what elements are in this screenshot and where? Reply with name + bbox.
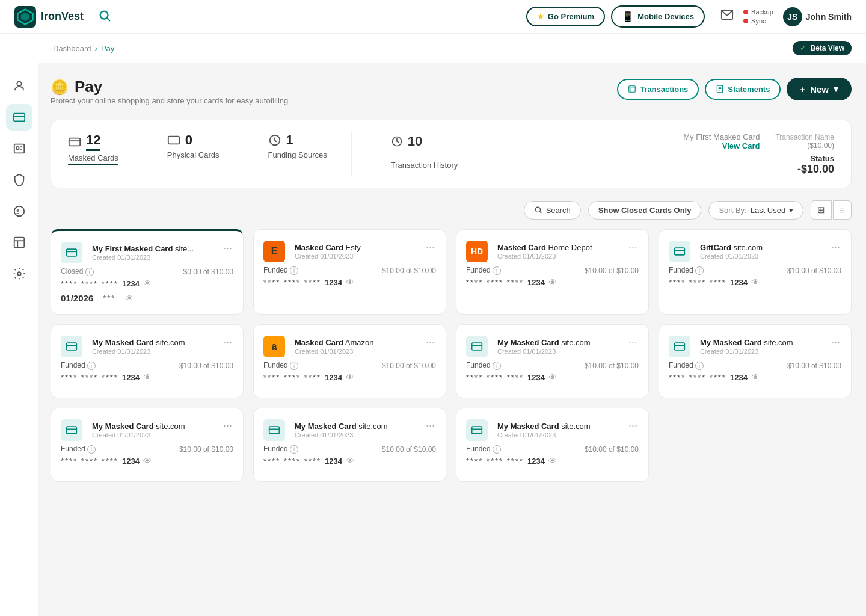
tx-label: Transaction History: [391, 161, 458, 170]
more-options-button[interactable]: ···: [627, 241, 639, 253]
card-number-eye-icon[interactable]: 👁: [346, 456, 354, 466]
sidebar-item-reports[interactable]: [6, 229, 32, 256]
card-status-row: Funded i $10.00 of $10.00: [263, 361, 436, 370]
show-closed-cards-button[interactable]: Show Closed Cards Only: [588, 201, 702, 220]
card-number-row: **** **** **** 1234 👁: [466, 372, 639, 382]
sidebar-item-settings[interactable]: [6, 260, 32, 287]
card-number-row: **** **** **** 1234 👁: [61, 372, 233, 382]
card-number-row: **** **** **** 1234 👁: [669, 277, 841, 287]
more-options-button[interactable]: ···: [222, 242, 233, 254]
card-expiry-row: 01/2026 *** 👁: [61, 293, 233, 303]
card-status: Closed i: [61, 267, 94, 276]
list-view-button[interactable]: ≡: [833, 200, 852, 220]
card-number-eye-icon[interactable]: 👁: [548, 456, 557, 466]
card-number-eye-icon[interactable]: 👁: [548, 277, 557, 287]
info-icon[interactable]: i: [87, 445, 96, 454]
beta-toggle[interactable]: ✓ Beta View: [793, 41, 852, 55]
mobile-devices-button[interactable]: 📱 Mobile Devices: [611, 5, 705, 28]
more-options-button[interactable]: ···: [830, 241, 841, 253]
new-button[interactable]: + New ▾: [787, 78, 852, 100]
info-icon[interactable]: i: [695, 266, 704, 275]
more-options-button[interactable]: ···: [830, 336, 841, 348]
card-status: Funded i: [669, 266, 704, 275]
card-number-row: **** **** **** 1234 👁: [466, 277, 639, 287]
card-info: My Masked Card site.com Created 01/01/20…: [61, 336, 222, 357]
card-status-row: Funded i $10.00 of $10.00: [466, 266, 639, 275]
user-avatar[interactable]: JS John Smith: [783, 7, 852, 26]
svg-rect-37: [67, 343, 77, 350]
card-number-row: **** **** **** 1234 👁: [263, 372, 436, 382]
more-options-button[interactable]: ···: [425, 336, 436, 348]
sidebar-item-pay[interactable]: [6, 104, 32, 131]
card-tile-8: My Masked Card site.com Created 01/01/20…: [659, 324, 852, 398]
more-options-button[interactable]: ···: [222, 336, 233, 348]
mobile-icon: 📱: [622, 11, 634, 22]
funding-sources-stat[interactable]: 1 Funding Sources: [268, 132, 352, 176]
email-icon[interactable]: [720, 8, 734, 25]
cvv-eye-icon[interactable]: 👁: [125, 294, 134, 303]
info-icon[interactable]: i: [290, 266, 298, 275]
card-tile-header: My Masked Card site.com Created 01/01/20…: [263, 419, 436, 441]
info-icon[interactable]: i: [290, 445, 298, 454]
svg-rect-19: [629, 86, 636, 93]
sort-button[interactable]: Sort By: Last Used ▾: [708, 201, 803, 220]
card-info: My First Masked Card site... Created 01/…: [61, 242, 222, 263]
card-number-dots: **** **** ****: [61, 373, 118, 382]
card-amount: $0.00 of $10.00: [183, 268, 233, 276]
transactions-button[interactable]: Transactions: [617, 79, 699, 100]
more-options-button[interactable]: ···: [222, 419, 233, 432]
more-options-button[interactable]: ···: [627, 419, 639, 432]
card-number-eye-icon[interactable]: 👁: [143, 279, 152, 288]
search-cards-button[interactable]: Search: [524, 201, 581, 220]
more-options-button[interactable]: ···: [627, 336, 639, 348]
card-status-row: Funded i $10.00 of $10.00: [61, 445, 233, 454]
app-logo[interactable]: IronVest: [14, 6, 84, 28]
sidebar-item-identity[interactable]: [6, 135, 32, 162]
card-number-eye-icon[interactable]: 👁: [143, 372, 152, 382]
card-number-eye-icon[interactable]: 👁: [751, 372, 760, 382]
more-options-button[interactable]: ···: [425, 419, 436, 432]
card-number-eye-icon[interactable]: 👁: [143, 456, 152, 466]
card-number-last: 1234: [122, 457, 140, 466]
sidebar-item-security[interactable]: [6, 167, 32, 193]
masked-cards-stat[interactable]: 12 Masked Cards: [68, 132, 143, 176]
info-icon[interactable]: i: [87, 362, 96, 370]
card-info: GiftCard site.com Created 01/01/2023: [669, 241, 830, 262]
info-icon[interactable]: i: [493, 362, 501, 370]
breadcrumb-current: Pay: [101, 44, 114, 53]
statements-button[interactable]: Statements: [705, 79, 781, 100]
sidebar-item-crypto[interactable]: ₿: [6, 198, 32, 224]
card-tile-header: E Masked Card Esty Created 01/01/2023 ··…: [263, 241, 436, 262]
info-icon[interactable]: i: [290, 362, 298, 370]
svg-rect-26: [69, 138, 80, 146]
card-tile-header: a Masked Card Amazon Created 01/01/2023 …: [263, 336, 436, 357]
card-number-eye-icon[interactable]: 👁: [346, 277, 354, 287]
card-number-eye-icon[interactable]: 👁: [751, 277, 760, 287]
physical-cards-stat[interactable]: 0 Physical Cards: [167, 132, 244, 176]
breadcrumb-home[interactable]: Dashboard: [53, 44, 91, 53]
card-name-row: Masked Card Home Depot Created 01/01/202…: [497, 243, 627, 260]
search-button[interactable]: [98, 9, 111, 24]
card-number-dots: **** **** ****: [61, 279, 118, 288]
card-tile-header: My First Masked Card site... Created 01/…: [61, 242, 233, 263]
info-icon[interactable]: i: [85, 268, 94, 276]
more-options-button[interactable]: ···: [425, 241, 436, 253]
card-number-row: **** **** **** 1234 👁: [466, 456, 639, 466]
card-number-row: **** **** **** 1234 👁: [263, 456, 436, 466]
sidebar-item-accounts[interactable]: [6, 73, 32, 99]
card-status: Funded i: [61, 361, 96, 370]
view-card-link[interactable]: View Card: [722, 141, 760, 150]
card-number-row: **** **** **** 1234 👁: [263, 277, 436, 287]
card-number-eye-icon[interactable]: 👁: [346, 372, 354, 382]
card-logo: [466, 336, 488, 357]
info-icon[interactable]: i: [493, 445, 501, 454]
card-number-eye-icon[interactable]: 👁: [548, 372, 557, 382]
card-amount: $10.00 of $10.00: [382, 266, 436, 275]
info-icon[interactable]: i: [493, 266, 501, 275]
card-info: E Masked Card Esty Created 01/01/2023: [263, 241, 425, 262]
card-amount: $10.00 of $10.00: [585, 445, 639, 454]
svg-rect-47: [472, 427, 482, 434]
info-icon[interactable]: i: [695, 362, 704, 370]
go-premium-button[interactable]: ★ Go Premium: [526, 7, 605, 26]
grid-view-button[interactable]: ⊞: [811, 200, 832, 220]
